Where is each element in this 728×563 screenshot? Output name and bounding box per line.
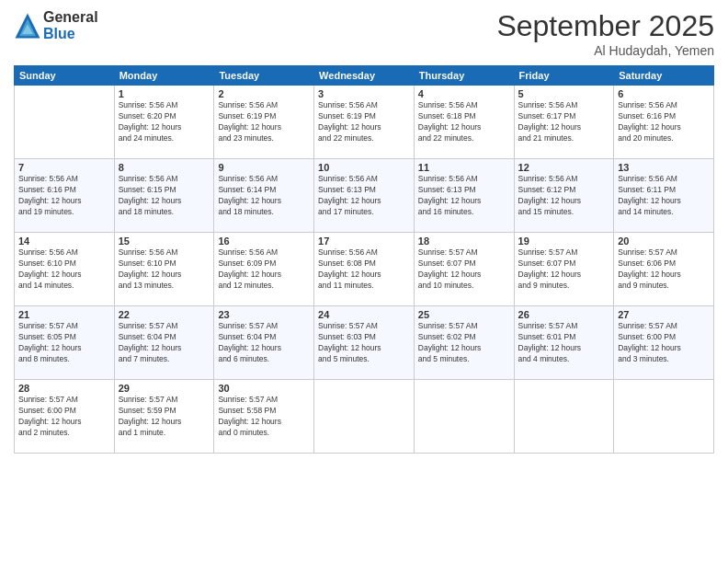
calendar-header-row: Sunday Monday Tuesday Wednesday Thursday… — [15, 66, 714, 86]
calendar-cell: 18Sunrise: 5:57 AM Sunset: 6:07 PM Dayli… — [414, 233, 514, 306]
day-number: 14 — [18, 236, 110, 247]
day-number: 3 — [318, 88, 410, 99]
day-info: Sunrise: 5:56 AM Sunset: 6:19 PM Dayligh… — [318, 100, 410, 144]
calendar-cell: 9Sunrise: 5:56 AM Sunset: 6:14 PM Daylig… — [214, 159, 314, 233]
col-wednesday: Wednesday — [314, 66, 415, 86]
calendar-cell: 20Sunrise: 5:57 AM Sunset: 6:06 PM Dayli… — [614, 233, 714, 306]
day-number: 18 — [418, 236, 510, 247]
day-info: Sunrise: 5:56 AM Sunset: 6:11 PM Dayligh… — [618, 174, 710, 218]
day-number: 22 — [119, 309, 210, 320]
day-number: 13 — [618, 162, 710, 173]
calendar-cell: 10Sunrise: 5:56 AM Sunset: 6:13 PM Dayli… — [314, 159, 415, 233]
day-number: 5 — [518, 88, 610, 99]
day-info: Sunrise: 5:57 AM Sunset: 6:01 PM Dayligh… — [518, 321, 610, 365]
col-tuesday: Tuesday — [214, 66, 314, 86]
calendar-cell: 25Sunrise: 5:57 AM Sunset: 6:02 PM Dayli… — [414, 306, 514, 380]
calendar-week-2: 7Sunrise: 5:56 AM Sunset: 6:16 PM Daylig… — [15, 159, 714, 233]
calendar-week-3: 14Sunrise: 5:56 AM Sunset: 6:10 PM Dayli… — [15, 233, 714, 306]
calendar-cell: 2Sunrise: 5:56 AM Sunset: 6:19 PM Daylig… — [214, 86, 314, 159]
day-info: Sunrise: 5:56 AM Sunset: 6:13 PM Dayligh… — [418, 174, 510, 218]
day-number: 20 — [618, 236, 710, 247]
calendar-cell: 30Sunrise: 5:57 AM Sunset: 5:58 PM Dayli… — [214, 380, 314, 454]
calendar-cell: 26Sunrise: 5:57 AM Sunset: 6:01 PM Dayli… — [514, 306, 614, 380]
calendar-cell — [614, 380, 714, 454]
calendar-week-1: 1Sunrise: 5:56 AM Sunset: 6:20 PM Daylig… — [15, 86, 714, 159]
title-block: September 2025 Al Hudaydah, Yemen — [496, 9, 714, 58]
calendar-cell: 15Sunrise: 5:56 AM Sunset: 6:10 PM Dayli… — [114, 233, 214, 306]
calendar-cell: 14Sunrise: 5:56 AM Sunset: 6:10 PM Dayli… — [15, 233, 115, 306]
day-number: 24 — [318, 309, 410, 320]
day-info: Sunrise: 5:56 AM Sunset: 6:16 PM Dayligh… — [18, 174, 110, 218]
calendar-week-4: 21Sunrise: 5:57 AM Sunset: 6:05 PM Dayli… — [15, 306, 714, 380]
logo-general-text: General — [43, 9, 98, 26]
calendar-cell: 29Sunrise: 5:57 AM Sunset: 5:59 PM Dayli… — [114, 380, 214, 454]
day-info: Sunrise: 5:56 AM Sunset: 6:10 PM Dayligh… — [119, 247, 210, 292]
day-number: 6 — [618, 88, 710, 99]
day-info: Sunrise: 5:56 AM Sunset: 6:16 PM Dayligh… — [618, 100, 710, 144]
day-number: 27 — [618, 309, 710, 320]
day-number: 21 — [18, 309, 110, 320]
day-number: 30 — [218, 383, 310, 394]
calendar-cell — [514, 380, 614, 454]
day-info: Sunrise: 5:57 AM Sunset: 6:00 PM Dayligh… — [618, 321, 710, 365]
day-number: 9 — [218, 162, 310, 173]
day-number: 1 — [119, 88, 210, 99]
day-info: Sunrise: 5:56 AM Sunset: 6:10 PM Dayligh… — [18, 247, 110, 292]
day-number: 10 — [318, 162, 410, 173]
day-info: Sunrise: 5:57 AM Sunset: 6:05 PM Dayligh… — [18, 321, 110, 365]
col-monday: Monday — [114, 66, 214, 86]
logo-icon — [14, 12, 41, 40]
day-info: Sunrise: 5:56 AM Sunset: 6:14 PM Dayligh… — [218, 174, 310, 218]
calendar-cell: 24Sunrise: 5:57 AM Sunset: 6:03 PM Dayli… — [314, 306, 415, 380]
day-number: 7 — [18, 162, 110, 173]
calendar-cell: 8Sunrise: 5:56 AM Sunset: 6:15 PM Daylig… — [114, 159, 214, 233]
calendar-cell: 21Sunrise: 5:57 AM Sunset: 6:05 PM Dayli… — [15, 306, 115, 380]
day-info: Sunrise: 5:57 AM Sunset: 6:04 PM Dayligh… — [218, 321, 310, 365]
day-info: Sunrise: 5:57 AM Sunset: 6:07 PM Dayligh… — [518, 247, 610, 292]
calendar-cell: 5Sunrise: 5:56 AM Sunset: 6:17 PM Daylig… — [514, 86, 614, 159]
calendar-cell: 11Sunrise: 5:56 AM Sunset: 6:13 PM Dayli… — [414, 159, 514, 233]
day-number: 19 — [518, 236, 610, 247]
day-info: Sunrise: 5:56 AM Sunset: 6:08 PM Dayligh… — [318, 247, 410, 292]
location: Al Hudaydah, Yemen — [496, 43, 714, 58]
day-info: Sunrise: 5:57 AM Sunset: 5:59 PM Dayligh… — [119, 395, 210, 439]
calendar-cell: 7Sunrise: 5:56 AM Sunset: 6:16 PM Daylig… — [15, 159, 115, 233]
calendar-cell: 1Sunrise: 5:56 AM Sunset: 6:20 PM Daylig… — [114, 86, 214, 159]
day-number: 26 — [518, 309, 610, 320]
day-number: 11 — [418, 162, 510, 173]
calendar-cell — [414, 380, 514, 454]
day-info: Sunrise: 5:56 AM Sunset: 6:13 PM Dayligh… — [318, 174, 410, 218]
day-number: 29 — [119, 383, 210, 394]
calendar-table: Sunday Monday Tuesday Wednesday Thursday… — [14, 65, 714, 454]
calendar-cell: 12Sunrise: 5:56 AM Sunset: 6:12 PM Dayli… — [514, 159, 614, 233]
calendar-cell: 3Sunrise: 5:56 AM Sunset: 6:19 PM Daylig… — [314, 86, 415, 159]
day-info: Sunrise: 5:57 AM Sunset: 5:58 PM Dayligh… — [218, 395, 310, 439]
col-friday: Friday — [514, 66, 614, 86]
calendar-cell: 6Sunrise: 5:56 AM Sunset: 6:16 PM Daylig… — [614, 86, 714, 159]
day-info: Sunrise: 5:57 AM Sunset: 6:07 PM Dayligh… — [418, 247, 510, 292]
day-number: 28 — [18, 383, 110, 394]
calendar-cell: 27Sunrise: 5:57 AM Sunset: 6:00 PM Dayli… — [614, 306, 714, 380]
calendar-cell: 4Sunrise: 5:56 AM Sunset: 6:18 PM Daylig… — [414, 86, 514, 159]
day-number: 4 — [418, 88, 510, 99]
day-info: Sunrise: 5:57 AM Sunset: 6:06 PM Dayligh… — [618, 247, 710, 292]
logo: General Blue — [14, 9, 98, 41]
day-info: Sunrise: 5:56 AM Sunset: 6:09 PM Dayligh… — [218, 247, 310, 292]
day-number: 15 — [119, 236, 210, 247]
day-number: 16 — [218, 236, 310, 247]
calendar-cell — [314, 380, 415, 454]
day-number: 8 — [119, 162, 210, 173]
calendar-cell: 13Sunrise: 5:56 AM Sunset: 6:11 PM Dayli… — [614, 159, 714, 233]
calendar-cell: 19Sunrise: 5:57 AM Sunset: 6:07 PM Dayli… — [514, 233, 614, 306]
month-title: September 2025 — [496, 9, 714, 43]
calendar-cell: 28Sunrise: 5:57 AM Sunset: 6:00 PM Dayli… — [15, 380, 115, 454]
day-number: 17 — [318, 236, 410, 247]
day-info: Sunrise: 5:56 AM Sunset: 6:18 PM Dayligh… — [418, 100, 510, 144]
day-info: Sunrise: 5:56 AM Sunset: 6:20 PM Dayligh… — [119, 100, 210, 144]
calendar-cell: 17Sunrise: 5:56 AM Sunset: 6:08 PM Dayli… — [314, 233, 415, 306]
day-number: 12 — [518, 162, 610, 173]
day-info: Sunrise: 5:57 AM Sunset: 6:04 PM Dayligh… — [119, 321, 210, 365]
day-info: Sunrise: 5:57 AM Sunset: 6:00 PM Dayligh… — [18, 395, 110, 439]
day-info: Sunrise: 5:56 AM Sunset: 6:12 PM Dayligh… — [518, 174, 610, 218]
day-number: 25 — [418, 309, 510, 320]
